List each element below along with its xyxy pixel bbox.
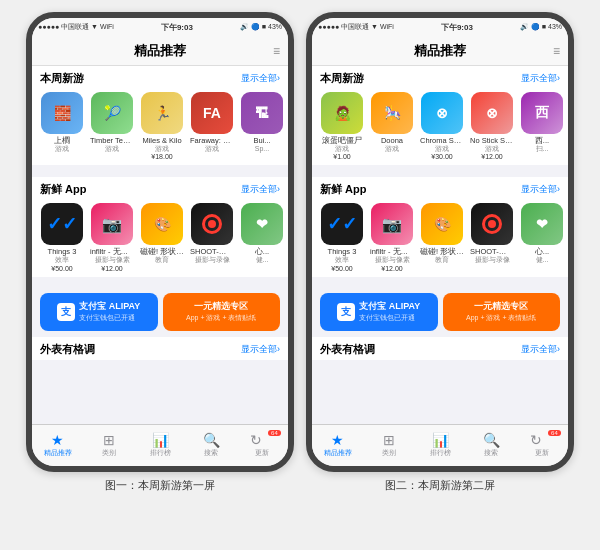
bottom-section-header: 外表有格调 显示全部› bbox=[312, 337, 568, 360]
refresh-icon: ↻ bbox=[250, 432, 262, 448]
section-more-link[interactable]: 显示全部› bbox=[521, 72, 560, 85]
app-icon: ❤ bbox=[241, 203, 283, 245]
list-item[interactable]: 🏃Miles & Kilo游戏¥18.00 bbox=[140, 92, 184, 160]
app-icon: 🎨 bbox=[421, 203, 463, 245]
app-icon: 📷 bbox=[371, 203, 413, 245]
phone-right: ●●●●● 中国联通 ▼ WiFi 下午9:03 🔊 🔵 ■ 43% 精品推荐 … bbox=[306, 12, 574, 472]
tab-类别[interactable]: ⊞ 类别 bbox=[83, 433, 134, 458]
grid-icon: ⊞ bbox=[383, 433, 395, 447]
app-icon: ❤ bbox=[521, 203, 563, 245]
battery-text: 🔊 🔵 ■ 43% bbox=[520, 23, 562, 31]
one-yuan-sub: App + 游戏 + 表情贴纸 bbox=[186, 313, 256, 323]
app-name: Bui... bbox=[240, 136, 284, 145]
section-more-link[interactable]: 显示全部› bbox=[241, 72, 280, 85]
list-item[interactable]: 🎨磁碰! 形状和颜色教育 bbox=[420, 203, 464, 271]
tab-更新[interactable]: ↻64 更新 bbox=[237, 433, 288, 458]
section-more-link[interactable]: 显示全部› bbox=[241, 183, 280, 196]
list-item[interactable]: FAFaraway: Puzzle Esca...游戏 bbox=[190, 92, 234, 160]
list-item[interactable]: 🧟滚蛋吧僵尸游戏¥1.00 bbox=[320, 92, 364, 160]
tab-类别[interactable]: ⊞ 类别 bbox=[363, 433, 414, 458]
app-name: Faraway: Puzzle Esca... bbox=[190, 136, 234, 145]
apps-row: ✓Things 3效率¥50.00📷inflltr - 无限滤镜和颜色摄影与像素… bbox=[312, 200, 568, 276]
alipay-logo: 支 bbox=[337, 303, 355, 321]
menu-icon[interactable]: ≡ bbox=[273, 44, 280, 58]
app-icon: 🧟 bbox=[321, 92, 363, 134]
list-item[interactable]: SHOOT-运动电影制作神器摄影与录像 bbox=[190, 203, 234, 271]
app-icon: 🏃 bbox=[141, 92, 183, 134]
app-name: Things 3 bbox=[40, 247, 84, 256]
tab-精品推荐[interactable]: ★ 精品推荐 bbox=[312, 433, 363, 458]
list-item[interactable]: 🎨磁碰! 形状和颜色教育 bbox=[140, 203, 184, 271]
list-item[interactable]: 🏗Bui...Sp... bbox=[240, 92, 284, 160]
list-item[interactable]: ✓Things 3效率¥50.00 bbox=[40, 203, 84, 271]
app-name: 心... bbox=[240, 247, 284, 256]
app-name: 心... bbox=[520, 247, 564, 256]
caption-right: 图二：本周新游第二屏 bbox=[306, 478, 574, 493]
section-more-link[interactable]: 显示全部› bbox=[521, 183, 560, 196]
tab-搜索[interactable]: 🔍 搜索 bbox=[466, 433, 517, 458]
one-yuan-title: 一元精选专区 bbox=[474, 300, 528, 313]
list-item[interactable]: ✓Things 3效率¥50.00 bbox=[320, 203, 364, 271]
tab-更新[interactable]: ↻64 更新 bbox=[517, 433, 568, 458]
app-icon: 🎾 bbox=[91, 92, 133, 134]
list-item[interactable]: ❤心...健... bbox=[240, 203, 284, 271]
list-item[interactable]: 🎾Timber Tennis游戏 bbox=[90, 92, 134, 160]
bottom-section-more[interactable]: 显示全部› bbox=[241, 343, 280, 356]
app-name: inflltr - 无限滤镜和颜色 bbox=[90, 247, 134, 256]
list-item[interactable]: 📷inflltr - 无限滤镜和颜色摄影与像素¥12.00 bbox=[90, 203, 134, 271]
section-fresh_apps: 新鲜 App 显示全部› ✓Things 3效率¥50.00📷inflltr -… bbox=[312, 177, 568, 276]
app-category: 摄影与像素 bbox=[375, 256, 410, 264]
app-icon: ✓ bbox=[41, 203, 83, 245]
list-item[interactable]: 🧱上橺游戏 bbox=[40, 92, 84, 160]
banner-row: 支 支付宝 ALIPAY 支付宝钱包已开通 一元精选专区 App + 游戏 + … bbox=[32, 289, 288, 337]
section-new_games: 本周新游 显示全部› 🧟滚蛋吧僵尸游戏¥1.00🎠Doona游戏⊗Chroma … bbox=[312, 66, 568, 165]
list-item[interactable]: 🎠Doona游戏 bbox=[370, 92, 414, 160]
app-category: 摄影与像素 bbox=[95, 256, 130, 264]
list-item[interactable]: ❤心...健... bbox=[520, 203, 564, 271]
app-icon bbox=[471, 203, 513, 245]
grid-icon: ⊞ bbox=[103, 433, 115, 447]
one-yuan-banner[interactable]: 一元精选专区 App + 游戏 + 表情贴纸 bbox=[163, 293, 281, 331]
menu-icon[interactable]: ≡ bbox=[553, 44, 560, 58]
app-category: 健... bbox=[536, 256, 549, 264]
tab-label: 类别 bbox=[102, 448, 116, 458]
tab-bar: ★ 精品推荐 ⊞ 类别 📊 排行榜 🔍 搜索 ↻64 更新 bbox=[312, 424, 568, 466]
section-header: 本周新游 显示全部› bbox=[312, 66, 568, 89]
app-icon: 西 bbox=[521, 92, 563, 134]
tab-label: 搜索 bbox=[484, 448, 498, 458]
update-icon-wrap: ↻64 bbox=[250, 433, 275, 447]
app-name: inflltr - 无限滤镜和颜色 bbox=[370, 247, 414, 256]
nav-title: 精品推荐 bbox=[134, 42, 186, 60]
app-category: 教育 bbox=[155, 256, 169, 264]
list-item[interactable]: 西西...扫... bbox=[520, 92, 564, 160]
search-icon: 🔍 bbox=[203, 433, 220, 447]
bottom-section-more[interactable]: 显示全部› bbox=[521, 343, 560, 356]
app-icon bbox=[191, 203, 233, 245]
app-price: ¥30.00 bbox=[431, 153, 452, 160]
one-yuan-banner[interactable]: 一元精选专区 App + 游戏 + 表情贴纸 bbox=[443, 293, 561, 331]
app-category: 效率 bbox=[55, 256, 69, 264]
list-item[interactable]: SHOOT-运动电影制作神器摄影与录像 bbox=[470, 203, 514, 271]
list-item[interactable]: 📷inflltr - 无限滤镜和颜色摄影与像素¥12.00 bbox=[370, 203, 414, 271]
apps-row: 🧱上橺游戏🎾Timber Tennis游戏🏃Miles & Kilo游戏¥18.… bbox=[32, 89, 288, 165]
alipay-subtitle: 支付宝钱包已开通 bbox=[359, 313, 420, 323]
tab-精品推荐[interactable]: ★ 精品推荐 bbox=[32, 433, 83, 458]
tab-排行榜[interactable]: 📊 排行榜 bbox=[414, 433, 465, 458]
section-fresh_apps: 新鲜 App 显示全部› ✓Things 3效率¥50.00📷inflltr -… bbox=[32, 177, 288, 276]
alipay-banner[interactable]: 支 支付宝 ALIPAY 支付宝钱包已开通 bbox=[320, 293, 438, 331]
carrier-text: ●●●●● 中国联通 ▼ WiFi bbox=[318, 22, 394, 32]
scroll-content: 本周新游 显示全部› 🧟滚蛋吧僵尸游戏¥1.00🎠Doona游戏⊗Chroma … bbox=[312, 66, 568, 424]
app-name: 滚蛋吧僵尸 bbox=[320, 136, 364, 145]
section-new_games: 本周新游 显示全部› 🧱上橺游戏🎾Timber Tennis游戏🏃Miles &… bbox=[32, 66, 288, 165]
section-header: 新鲜 App 显示全部› bbox=[312, 177, 568, 200]
list-item[interactable]: ⊗No Stick Shooter游戏¥12.00 bbox=[470, 92, 514, 160]
list-item[interactable]: ⊗Chroma Squad游戏¥30.00 bbox=[420, 92, 464, 160]
tab-label: 精品推荐 bbox=[324, 448, 352, 458]
alipay-banner[interactable]: 支 支付宝 ALIPAY 支付宝钱包已开通 bbox=[40, 293, 158, 331]
app-name: Timber Tennis bbox=[90, 136, 134, 145]
tab-搜索[interactable]: 🔍 搜索 bbox=[186, 433, 237, 458]
tab-排行榜[interactable]: 📊 排行榜 bbox=[134, 433, 185, 458]
tab-label: 排行榜 bbox=[430, 448, 451, 458]
app-price: ¥18.00 bbox=[151, 153, 172, 160]
app-category: 游戏 bbox=[435, 145, 449, 153]
